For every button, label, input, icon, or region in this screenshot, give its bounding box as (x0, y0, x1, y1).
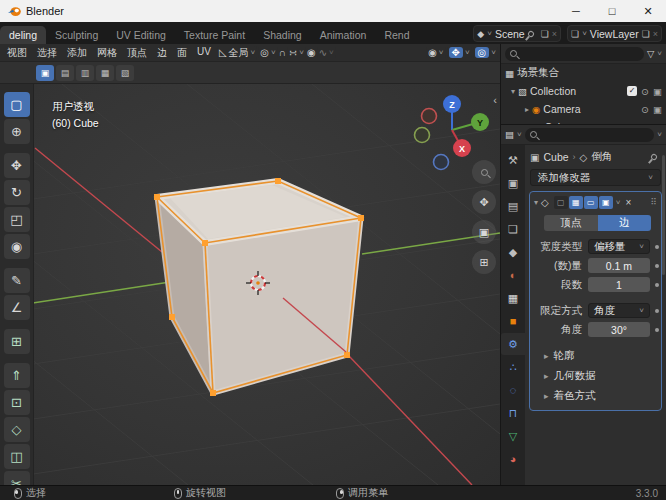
visibility-dropdown[interactable]: ◉ ˅ (426, 47, 445, 58)
expander-icon[interactable]: ▸ (525, 105, 529, 114)
outliner-row-collection[interactable]: ▾ ▧ Collection ✓ ⊙ ▣ (501, 82, 666, 100)
tab-sculpting[interactable]: Sculpting (46, 26, 107, 44)
new-scene-icon[interactable]: ❏ (541, 29, 549, 39)
properties-search-input[interactable] (525, 128, 655, 142)
menu-mesh[interactable]: 网格 (92, 44, 122, 62)
expander-icon[interactable]: ▾ (534, 198, 538, 207)
chevron-down-icon[interactable]: ˅ (251, 48, 256, 57)
animate-dot[interactable] (655, 328, 659, 332)
ptab-world[interactable]: ◐ (501, 264, 525, 286)
menu-uv[interactable]: UV (192, 44, 216, 62)
chevron-down-icon[interactable]: ˅ (657, 130, 662, 139)
tool-cursor[interactable]: ⊕ (4, 119, 30, 144)
ptab-object-data[interactable]: ▽ (501, 425, 525, 447)
axis-minus-z-ball[interactable] (434, 155, 449, 170)
ptab-collection[interactable]: ▦ (501, 287, 525, 309)
disable-render-icon[interactable]: ▣ (653, 86, 662, 97)
tab-uv-editing[interactable]: UV Editing (107, 26, 175, 44)
section-profile[interactable]: 轮廓 (530, 346, 661, 366)
ptab-modifiers[interactable]: ⚙ (501, 333, 525, 355)
chevron-down-icon[interactable]: ˅ (329, 48, 334, 57)
tool-select-box[interactable]: ▢ (4, 92, 30, 117)
ptab-scene[interactable]: ◆ (501, 241, 525, 263)
chevron-down-icon[interactable]: ˅ (465, 48, 470, 57)
3d-viewport[interactable]: 用户透视 (60) Cube ‹ Z Y X ✥ ▣ ⊞ (0, 84, 500, 485)
tool-inset-faces[interactable]: ⊡ (4, 390, 30, 415)
transform-orientation-dropdown[interactable]: ◺ 全局 ˅ (217, 46, 257, 60)
chevron-down-icon[interactable]: ˅ (439, 48, 444, 57)
tool-knife[interactable]: ✂ (4, 471, 30, 485)
tool-add-cube[interactable]: ⊞ (4, 329, 30, 354)
breadcrumb-object[interactable]: Cube (543, 151, 568, 163)
width-type-dropdown[interactable]: 偏移量 ˅ (588, 239, 650, 254)
amount-field[interactable]: 0.1 m (588, 258, 650, 273)
proportional-editing-icon[interactable]: ◉ (307, 47, 316, 58)
new-layer-icon[interactable]: ❏ (642, 29, 650, 39)
ptab-particles[interactable]: ∴ (501, 356, 525, 378)
ptab-tool[interactable]: ⚒ (501, 149, 525, 171)
tool-bevel[interactable]: ◇ (4, 417, 30, 442)
breadcrumb-modifier[interactable]: 倒角 (591, 150, 612, 164)
scene-collection-label[interactable]: 场景集合 (517, 66, 559, 80)
menu-select[interactable]: 选择 (32, 44, 62, 62)
tool-scale[interactable]: ◰ (4, 207, 30, 232)
chevron-down-icon[interactable]: ˅ (487, 29, 492, 38)
properties-scrollbar[interactable] (662, 155, 665, 275)
menu-add[interactable]: 添加 (62, 44, 92, 62)
camera-view-button[interactable]: ▣ (472, 220, 496, 244)
realtime-toggle[interactable]: ▭ (584, 196, 598, 209)
axis-minus-y-ball[interactable] (415, 128, 430, 143)
orthographic-toggle-button[interactable]: ⊞ (472, 250, 496, 274)
ptab-material[interactable]: ◕ (501, 448, 525, 470)
tool-measure[interactable]: ∠ (4, 295, 30, 320)
segments-field[interactable]: 1 (588, 277, 650, 292)
limit-method-dropdown[interactable]: 角度 ˅ (588, 303, 650, 318)
tab-modeling[interactable]: deling (0, 26, 46, 44)
select-mode-extend[interactable]: ▤ (56, 65, 74, 81)
view-layer-name[interactable]: ViewLayer (590, 28, 639, 40)
edit-mode-toggle[interactable]: ▦ (569, 196, 583, 209)
filter-funnel-icon[interactable]: ▽ (647, 48, 654, 59)
menu-view[interactable]: 视图 (2, 44, 32, 62)
chevron-down-icon[interactable]: ˅ (491, 48, 496, 57)
sidebar-collapse-arrow-icon[interactable]: ‹ (493, 94, 497, 106)
hide-eye-icon[interactable]: ⊙ (641, 104, 649, 115)
animate-dot[interactable] (655, 245, 659, 249)
pan-button[interactable]: ✥ (472, 190, 496, 214)
chevron-down-icon[interactable]: ˅ (582, 29, 587, 38)
angle-field[interactable]: 30° (588, 322, 650, 337)
overlays-icon[interactable]: ◎ (475, 47, 490, 58)
collection-label[interactable]: Collection (530, 85, 576, 97)
ptab-view-layer[interactable]: ❏ (501, 218, 525, 240)
tool-rotate[interactable]: ↻ (4, 180, 30, 205)
on-cage-toggle[interactable]: ▢ (554, 196, 568, 209)
select-mode-set[interactable]: ▣ (36, 65, 54, 81)
section-shading[interactable]: 着色方式 (530, 386, 661, 406)
scene-selector[interactable]: ◆ ˅ Scene ❏ × (473, 25, 561, 42)
select-mode-intersect[interactable]: ▧ (116, 65, 134, 81)
snap-with-dropdown[interactable]: ∺ ˅ (287, 47, 306, 58)
select-mode-invert[interactable]: ▦ (96, 65, 114, 81)
tool-move[interactable]: ✥ (4, 153, 30, 178)
tool-loop-cut[interactable]: ◫ (4, 444, 30, 469)
axis-minus-x-ball[interactable] (422, 109, 437, 124)
orientation-value[interactable]: 全局 (229, 46, 249, 60)
affect-edges-button[interactable]: 边 (598, 215, 652, 231)
tool-annotate[interactable]: ✎ (4, 268, 30, 293)
tab-animation[interactable]: Animation (311, 26, 376, 44)
animate-dot[interactable] (655, 283, 659, 287)
cube-object[interactable] (154, 178, 364, 396)
ptab-render[interactable]: ▣ (501, 172, 525, 194)
affect-vertices-button[interactable]: 顶点 (544, 215, 598, 231)
tab-shading[interactable]: Shading (254, 26, 311, 44)
render-toggle[interactable]: ▣ (599, 196, 613, 209)
camera-label[interactable]: Camera (543, 103, 580, 115)
chevron-down-icon[interactable]: ˅ (517, 130, 522, 139)
select-mode-subtract[interactable]: ▥ (76, 65, 94, 81)
snap-toggle-magnet-icon[interactable]: ∩ (279, 47, 286, 58)
zoom-button[interactable] (472, 160, 496, 184)
menu-face[interactable]: 面 (172, 44, 192, 62)
disable-render-icon[interactable]: ▣ (653, 104, 662, 115)
gizmo-icon[interactable]: ✥ (449, 47, 463, 58)
animate-dot[interactable] (655, 264, 659, 268)
